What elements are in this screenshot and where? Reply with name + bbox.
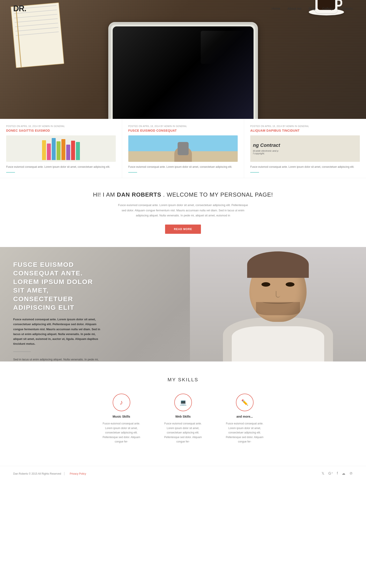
post-title-1[interactable]: DONEC SAGITTIS EUISMOD (6, 129, 116, 132)
books-image (6, 135, 116, 162)
post-card-2: POSTED ON APRIL 18, 2014 BY ADMIN IN GEN… (122, 119, 244, 178)
music-skill-name: Music Skills (113, 415, 130, 418)
post-card-3: POSTED ON APRIL 18, 2014 BY ADMIN IN GEN… (244, 119, 366, 178)
navigation: DR. Home About me Blog Gallery Contacts (0, 0, 366, 17)
profile-bold-text: Fusce euismod consequat ante. Lorem ipsu… (13, 317, 101, 346)
nav-home[interactable]: Home (272, 7, 280, 10)
skill-item-music: ♪ Music Skills Fusce euismod consequat a… (99, 394, 144, 444)
facebook-icon[interactable]: f (337, 471, 338, 475)
post-excerpt-2: Fusce euismod consequat ante. Lorem ipsu… (128, 165, 238, 169)
nav-blog[interactable]: Blog (309, 7, 315, 10)
music-icon: ♪ (120, 399, 123, 406)
post-image-2 (128, 135, 238, 162)
post-divider-1 (6, 172, 15, 173)
post-title-2[interactable]: FUSCE EUISMOD CONSEQUAT (128, 129, 238, 132)
person-image (128, 135, 238, 162)
welcome-text: Fusce euismod consequat ante. Lorem ipsu… (117, 203, 249, 218)
more-skill-desc: Fusce euismod consequat ante. Lorem ipsu… (223, 421, 267, 444)
contract-image: ng Contract ld-wide electronic and p f c… (250, 135, 360, 162)
twitter-icon[interactable]: 𝕏 (321, 471, 324, 475)
post-excerpt-1: Fusce euismod consequat ante. Lorem ipsu… (6, 165, 116, 169)
web-skill-name: Web Skills (175, 415, 191, 418)
logo[interactable]: DR. (13, 4, 26, 13)
hero-tablet-screen (113, 26, 253, 119)
footer-copyright: Dan Roberts © 2015 All Rights Reserved (13, 472, 61, 475)
music-icon-circle: ♪ (113, 394, 130, 411)
post-image-3: ng Contract ld-wide electronic and p f c… (250, 135, 360, 162)
welcome-section: HI! I AM DAN ROBERTS . WELCOME TO MY PER… (0, 178, 366, 247)
welcome-line1: HI! I AM (93, 191, 117, 198)
google-plus-icon[interactable]: G⁺ (328, 471, 333, 475)
footer-privacy-link[interactable]: Privacy Policy (70, 472, 86, 475)
post-excerpt-3: Fusce euismod consequat ante. Lorem ipsu… (250, 165, 360, 169)
music-skill-desc: Fusce euismod consequat ante. Lorem ipsu… (99, 421, 144, 444)
more-icon-circle: ✏️ (236, 394, 253, 411)
skill-item-more: ✏️ and more... Fusce euismod consequat a… (223, 394, 267, 444)
post-title-3[interactable]: ALIQUAM DAPIBUS TINCIDUNT (250, 129, 360, 132)
profile-face-photo (190, 247, 366, 361)
nav-links: Home About me Blog Gallery Contacts (272, 7, 353, 11)
edit-icon: ✏️ (241, 399, 248, 406)
post-card-1: POSTED ON APRIL 18, 2014 BY ADMIN IN GEN… (0, 119, 122, 178)
post-image-1 (6, 135, 116, 162)
nav-gallery[interactable]: Gallery (322, 7, 333, 10)
profile-content: FUSCE EUISMOD CONSEQUAT ANTE. LOREM IPSU… (0, 247, 114, 361)
skill-item-web: 💻 Web Skills Fusce euismod consequat ant… (161, 394, 205, 444)
profile-normal-text: Sed in lacus ut enim adipiscing aliquet.… (13, 357, 101, 361)
profile-section: FUSCE EUISMOD CONSEQUAT ANTE. LOREM IPSU… (0, 247, 366, 361)
laptop-icon: 💻 (180, 399, 187, 406)
read-more-button[interactable]: READ MORE (165, 225, 201, 234)
footer: Dan Roberts © 2015 All Rights Reserved |… (0, 466, 366, 481)
web-skill-desc: Fusce euismod consequat ante. Lorem ipsu… (161, 421, 205, 444)
skype-icon[interactable]: ☁ (342, 471, 345, 475)
post-meta-2: POSTED ON APRIL 18, 2014 BY ADMIN IN GEN… (128, 125, 238, 128)
web-icon-circle: 💻 (174, 394, 192, 411)
hero-tablet (108, 22, 258, 119)
footer-left: Dan Roberts © 2015 All Rights Reserved |… (13, 472, 86, 475)
profile-heading: FUSCE EUISMOD CONSEQUAT ANTE. LOREM IPSU… (13, 260, 101, 312)
pinterest-icon[interactable]: ℗ (349, 471, 353, 475)
post-meta-1: POSTED ON APRIL 18, 2014 BY ADMIN IN GEN… (6, 125, 116, 128)
post-divider-3 (250, 172, 259, 173)
welcome-line2: . WELCOME TO MY PERSONAL PAGE! (163, 191, 273, 198)
skills-grid: ♪ Music Skills Fusce euismod consequat a… (13, 394, 353, 444)
hero-section (0, 0, 366, 119)
skills-title: MY SKILLS (13, 377, 353, 383)
welcome-name: DAN ROBERTS (117, 191, 161, 198)
nav-contacts[interactable]: Contacts (340, 7, 353, 10)
more-skill-name: and more... (236, 415, 253, 418)
profile-divider (13, 351, 31, 352)
posts-section: POSTED ON APRIL 18, 2014 BY ADMIN IN GEN… (0, 119, 366, 178)
post-meta-3: POSTED ON APRIL 18, 2014 BY ADMIN IN GEN… (250, 125, 360, 128)
post-divider-2 (128, 172, 137, 173)
hero-background (0, 0, 366, 119)
nav-about[interactable]: About me (287, 7, 302, 10)
footer-divider: | (64, 472, 66, 475)
footer-social: 𝕏 G⁺ f ☁ ℗ (321, 471, 353, 475)
welcome-title: HI! I AM DAN ROBERTS . WELCOME TO MY PER… (44, 191, 322, 198)
skills-section: MY SKILLS ♪ Music Skills Fusce euismod c… (0, 361, 366, 466)
